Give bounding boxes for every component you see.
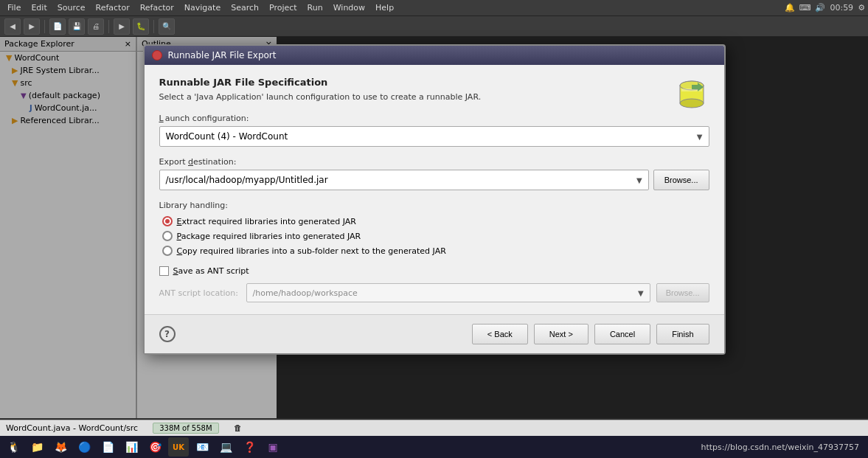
toolbar-sep3: [153, 20, 154, 33]
dialog-overlay: Runnable JAR File Export Runnable JAR Fi…: [0, 37, 868, 418]
toolbar-sep2: [108, 20, 109, 33]
library-handling-label: Library handling:: [159, 201, 709, 210]
ant-location-value: /home/hadoop/workspace: [253, 288, 358, 298]
jar-icon: [674, 77, 709, 112]
dialog-titlebar-left: Runnable JAR File Export: [152, 50, 277, 60]
launch-config-dropdown[interactable]: WordCount (4) - WordCount ▼: [159, 126, 709, 147]
svg-rect-6: [692, 85, 698, 89]
launch-dropdown-arrow: ▼: [697, 133, 703, 141]
ant-dropdown-arrow: ▼: [638, 289, 644, 297]
menu-window[interactable]: Window: [329, 1, 369, 14]
save-ant-row: Save as ANT script: [159, 266, 709, 276]
save-ant-label: Save as ANT script: [173, 266, 249, 276]
menu-help[interactable]: Help: [371, 1, 398, 14]
export-label-text: Export destination:: [159, 157, 237, 167]
finish-button[interactable]: Finish: [656, 324, 709, 344]
menu-project[interactable]: Project: [265, 1, 302, 14]
export-dropdown-arrow: ▼: [636, 176, 642, 184]
ant-location-dropdown: /home/hadoop/workspace ▼: [246, 283, 650, 302]
toolbar-save[interactable]: 💾: [69, 18, 85, 35]
toolbar-search[interactable]: 🔍: [159, 18, 175, 35]
clock: 00:59: [830, 3, 853, 13]
menu-refactor2[interactable]: Refactor: [136, 1, 178, 14]
taskbar-terminal[interactable]: 💻: [215, 437, 236, 457]
taskbar-impress[interactable]: 🎯: [145, 437, 165, 457]
menu-run[interactable]: Run: [303, 1, 327, 14]
dialog-titlebar: Runnable JAR File Export: [145, 46, 724, 65]
main-area: Package Explorer × ▼ WordCount ▶ JRE Sys…: [0, 37, 868, 418]
export-browse-button[interactable]: Browse...: [653, 170, 709, 190]
menu-source[interactable]: Source: [53, 1, 90, 14]
radio-package-circle[interactable]: [162, 231, 173, 241]
taskbar-sheets[interactable]: 📊: [121, 437, 142, 457]
radio-package[interactable]: Package required libraries into generate…: [162, 231, 709, 241]
ant-location-label: ANT script location:: [159, 288, 240, 298]
dialog-header-text: Runnable JAR File Specification Select a…: [159, 77, 482, 114]
dialog-subtitle: Select a 'Java Application' launch confi…: [159, 92, 482, 102]
cancel-button[interactable]: Cancel: [594, 324, 650, 344]
system-tray: 🔔 ⌨ 🔊 00:59 ⚙: [785, 3, 865, 13]
toolbar-forward[interactable]: ▶: [24, 18, 40, 35]
radio-copy-label: Copy required libraries into a sub-folde…: [177, 246, 446, 256]
status-bar: WordCount.java - WordCount/src 338M of 5…: [0, 420, 868, 436]
toolbar-new[interactable]: 📄: [49, 18, 66, 35]
dialog-title: Runnable JAR File Export: [168, 50, 277, 60]
radio-copy-circle[interactable]: [162, 246, 173, 256]
export-dropdown-row: /usr/local/hadoop/myapp/Untitled.jar ▼ B…: [159, 170, 709, 190]
launch-label-text: aunch configuration:: [165, 114, 249, 123]
launch-config-label: Launch configuration:: [159, 114, 709, 123]
ant-location-row: ANT script location: /home/hadoop/worksp…: [159, 283, 709, 302]
menu-bar: File Edit Source Refactor Refactor Navig…: [0, 0, 868, 16]
radio-copy[interactable]: Copy required libraries into a sub-folde…: [162, 246, 709, 256]
taskbar-firefox[interactable]: 🦊: [50, 437, 71, 457]
export-dest-label: Export destination:: [159, 157, 709, 167]
taskbar-chromium[interactable]: 🔵: [74, 437, 94, 457]
memory-indicator[interactable]: 338M of 558M: [153, 423, 218, 434]
help-button[interactable]: ?: [159, 326, 176, 342]
toolbar-print[interactable]: 🖨: [88, 18, 104, 35]
footer-buttons: < Back Next > Cancel Finish: [472, 324, 709, 344]
taskbar-help[interactable]: ❓: [239, 437, 260, 457]
taskbar-files[interactable]: 📁: [27, 437, 47, 457]
launch-config-value: WordCount (4) - WordCount: [166, 131, 288, 142]
menu-file[interactable]: File: [3, 1, 25, 14]
toolbar-run[interactable]: ▶: [114, 18, 130, 35]
radio-extract-circle[interactable]: [162, 216, 173, 226]
taskbar-ubuntu[interactable]: 🐧: [3, 437, 24, 457]
taskbar: 🐧 📁 🦊 🔵 📄 📊 🎯 UK 📧 💻 ❓ ▣ https://blog.cs…: [0, 436, 868, 458]
save-ant-checkbox[interactable]: [159, 266, 169, 276]
radio-extract-label: Extract required libraries into generate…: [177, 217, 357, 226]
svg-point-2: [680, 99, 704, 108]
menu-refactor1[interactable]: Refactor: [91, 1, 134, 14]
taskbar-uk[interactable]: UK: [168, 437, 189, 457]
dialog-section-title: Runnable JAR File Specification: [159, 77, 482, 88]
dialog-body: Runnable JAR File Specification Select a…: [145, 65, 724, 314]
back-button[interactable]: < Back: [472, 324, 528, 344]
jar-export-dialog: Runnable JAR File Export Runnable JAR Fi…: [143, 44, 726, 355]
next-button[interactable]: Next >: [534, 324, 588, 344]
radio-group-library: Extract required libraries into generate…: [159, 216, 709, 256]
export-dest-dropdown[interactable]: /usr/local/hadoop/myapp/Untitled.jar ▼: [159, 170, 649, 190]
dialog-header-row: Runnable JAR File Specification Select a…: [159, 77, 709, 114]
launch-label-underline: L: [159, 114, 164, 123]
radio-package-label: Package required libraries into generate…: [177, 232, 361, 241]
radio-extract[interactable]: Extract required libraries into generate…: [162, 216, 709, 226]
ant-browse-button: Browse...: [656, 283, 709, 302]
toolbar-sep1: [44, 20, 45, 33]
dialog-footer: ? < Back Next > Cancel Finish: [145, 314, 724, 353]
export-dest-value: /usr/local/hadoop/myapp/Untitled.jar: [166, 175, 328, 185]
launch-dropdown-row: WordCount (4) - WordCount ▼: [159, 126, 709, 147]
status-file: WordCount.java - WordCount/src: [6, 423, 138, 433]
toolbar-debug[interactable]: 🐛: [133, 18, 149, 35]
taskbar-docs[interactable]: 📄: [97, 437, 118, 457]
toolbar: ◀ ▶ 📄 💾 🖨 ▶ 🐛 🔍: [0, 16, 868, 37]
dialog-close-button[interactable]: [152, 50, 162, 60]
trash-icon[interactable]: 🗑: [234, 423, 242, 433]
taskbar-mail[interactable]: 📧: [192, 437, 212, 457]
menu-edit[interactable]: Edit: [27, 1, 51, 14]
taskbar-unity[interactable]: ▣: [263, 437, 283, 457]
taskbar-url: https://blog.csdn.net/weixin_47937757: [286, 443, 865, 452]
toolbar-back[interactable]: ◀: [4, 18, 21, 35]
menu-search[interactable]: Search: [226, 1, 263, 14]
menu-navigate[interactable]: Navigate: [180, 1, 225, 14]
